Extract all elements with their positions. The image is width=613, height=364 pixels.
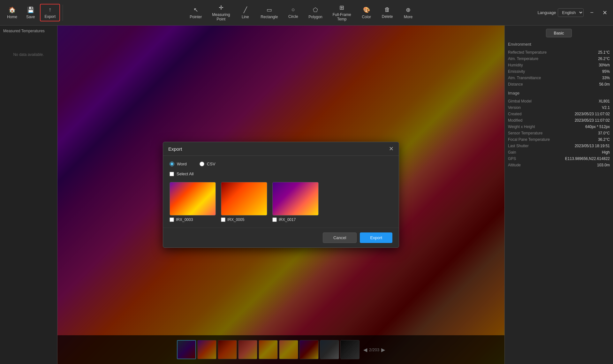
img-label-7: Last Shutter [508,144,529,148]
pointer-icon: ↖ [193,6,198,13]
csv-radio-item[interactable]: CSV [200,162,216,166]
image-thumbnail-1 [221,182,267,215]
save-icon: 💾 [27,6,34,13]
dialog-close-button[interactable]: ✕ [389,146,394,152]
more-icon: ⊕ [406,6,411,13]
csv-radio[interactable] [200,162,204,166]
image-item-1: IRX_0005 [221,182,267,222]
img-value-0: XL801 [599,99,610,103]
circle-icon: ○ [291,6,295,13]
minimize-button[interactable]: − [587,8,596,17]
export-dialog-overlay: Export ✕ Word CSV [57,26,504,364]
polygon-label: Polygon [308,15,322,19]
measuring-point-button[interactable]: ✛ Measuring Point [208,2,234,23]
env-label-4: Atm. Transmittance [508,76,541,80]
img-value-3: 2023/05/23 11:07:02 [575,118,610,123]
env-value-0: 25.1°C [598,50,610,55]
language-select[interactable]: English [558,8,584,17]
rectangle-label: Rectangle [261,15,278,19]
save-button[interactable]: 💾 Save [22,4,39,21]
export-label: Export [44,14,56,19]
img-value-10: 103.0m [597,163,610,167]
select-all-label: Select All [177,171,193,176]
image-name-2: IRX_0017 [279,217,296,222]
select-all-checkbox[interactable] [170,172,174,176]
image-label-row-1: IRX_0005 [221,217,244,222]
no-data-message: No data available. [3,52,54,57]
img-row-6: Focal Pane Temperature 36.2°C [508,136,610,143]
img-row-2: Created 2023/05/23 11:07:02 [508,111,610,117]
pointer-label: Pointer [190,15,202,19]
export-button[interactable]: ↑ Export [40,4,60,21]
image-checkbox-1[interactable] [221,217,225,222]
measuring-point-label: Measuring Point [212,12,230,21]
image-name-0: IRX_0003 [176,217,193,222]
env-label-3: Emissivity [508,69,525,74]
polygon-button[interactable]: ⬠ Polygon [304,4,327,21]
env-label-5: Distance [508,82,523,87]
img-value-1: V2.1 [602,105,610,110]
env-row-2: Humidity 30%rh [508,62,610,68]
img-label-1: Version [508,105,521,110]
line-button[interactable]: ╱ Line [236,4,255,21]
image-thumb-0 [170,182,216,216]
basic-button[interactable]: Basic [546,29,572,37]
left-panel: Measured Temperatures No data available. [0,26,57,364]
img-row-10: Altitude 103.0m [508,162,610,168]
img-row-7: Last Shutter 2023/05/13 18:19:51 [508,143,610,149]
img-row-4: Weight x Height 640px * 512px [508,124,610,130]
rectangle-icon: ▭ [267,6,272,13]
home-button[interactable]: 🏠 Home [3,4,21,21]
export-confirm-button[interactable]: Export [360,232,392,243]
image-checkbox-2[interactable] [272,217,277,222]
word-radio[interactable] [170,162,174,166]
image-info: Gimbal Model XL801 Version V2.1 Created … [508,98,610,168]
format-row: Word CSV [170,162,392,166]
image-item-2: IRX_0017 [272,182,319,222]
image-thumbnail-2 [273,182,318,215]
polygon-icon: ⬠ [313,6,318,13]
toolbar-tools: ↖ Pointer ✛ Measuring Point ╱ Line ▭ Rec… [65,2,538,23]
env-label-2: Humidity [508,63,523,67]
img-label-5: Sensor Temperature [508,131,543,135]
delete-icon: 🗑 [384,6,390,13]
img-row-8: Gain High [508,149,610,155]
environment-info: Reflected Temperature 25.1°C Atm. Temper… [508,49,610,87]
env-row-0: Reflected Temperature 25.1°C [508,49,610,56]
save-label: Save [26,15,35,19]
env-label-1: Atm. Temperature [508,57,538,61]
rectangle-button[interactable]: ▭ Rectangle [256,4,282,21]
env-value-2: 30%rh [599,63,610,67]
csv-label: CSV [207,162,216,166]
env-row-4: Atm. Transmittance 33% [508,75,610,81]
pointer-button[interactable]: ↖ Pointer [185,4,206,21]
dialog-body: Word CSV Select All [163,156,399,228]
language-selector: Language English [538,8,584,17]
cancel-button[interactable]: Cancel [323,232,357,243]
right-panel: Basic Environment Reflected Temperature … [504,26,613,364]
measured-temperatures-title: Measured Temperatures [3,29,54,33]
image-label-row-0: IRX_0003 [170,217,193,222]
full-frame-temp-button[interactable]: ⊞ Full-Frame Temp [328,2,356,23]
circle-button[interactable]: ○ Circle [284,4,303,21]
img-row-3: Modified 2023/05/23 11:07:02 [508,117,610,124]
main-area: Measured Temperatures No data available.… [0,26,613,364]
full-frame-temp-label: Full-Frame Temp [333,12,351,21]
img-row-0: Gimbal Model XL801 [508,98,610,104]
close-button[interactable]: ✕ [600,8,610,18]
color-button[interactable]: 🎨 Color [357,4,376,21]
image-checkbox-0[interactable] [170,217,174,222]
env-value-5: 56.0m [599,82,610,87]
img-label-4: Weight x Height [508,125,535,129]
img-label-9: GPS [508,156,516,161]
env-label-0: Reflected Temperature [508,50,547,55]
word-radio-item[interactable]: Word [170,162,187,166]
more-button[interactable]: ⊕ More [398,4,418,21]
delete-button[interactable]: 🗑 Delete [377,4,397,21]
circle-label: Circle [288,14,298,19]
image-thumb-2 [272,182,319,216]
img-value-5: 37.0°C [598,131,610,135]
img-row-5: Sensor Temperature 37.0°C [508,130,610,136]
word-label: Word [177,162,187,166]
img-value-7: 2023/05/13 18:19:51 [575,144,610,148]
